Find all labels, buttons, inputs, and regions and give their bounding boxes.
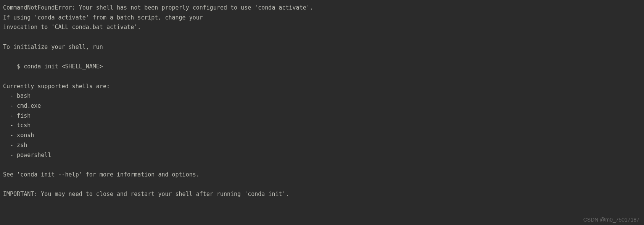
terminal-line: - powershell [3, 152, 51, 159]
terminal-line: CommandNotFoundError: Your shell has not… [3, 4, 313, 11]
terminal-line: See 'conda init --help' for more informa… [3, 171, 200, 178]
terminal-line: - zsh [3, 142, 27, 149]
terminal-line: - tcsh [3, 122, 31, 129]
terminal-line: If using 'conda activate' from a batch s… [3, 14, 203, 21]
terminal-line: To initialize your shell, run [3, 44, 103, 50]
terminal-line: - xonsh [3, 132, 34, 139]
watermark-text: CSDN @m0_75017187 [583, 217, 639, 223]
terminal-output[interactable]: CommandNotFoundError: Your shell has not… [0, 0, 644, 225]
terminal-line: - cmd.exe [3, 102, 41, 109]
terminal-line: invocation to 'CALL conda.bat activate'. [3, 24, 141, 31]
terminal-line: IMPORTANT: You may need to close and res… [3, 191, 289, 197]
terminal-line: $ conda init <SHELL_NAME> [3, 63, 103, 70]
terminal-line: - fish [3, 112, 31, 119]
terminal-line: Currently supported shells are: [3, 83, 110, 90]
terminal-line: - bash [3, 92, 31, 99]
